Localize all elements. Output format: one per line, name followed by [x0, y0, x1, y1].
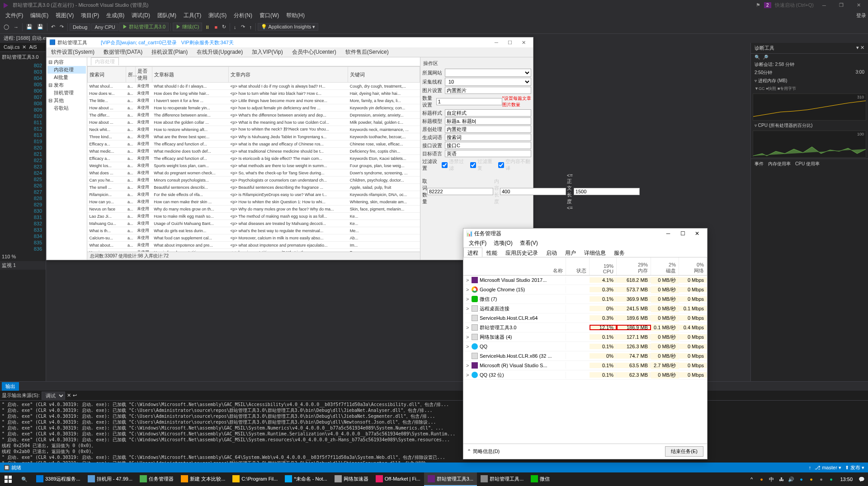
tab-ais[interactable]: AiS [29, 44, 37, 50]
start-button[interactable] [0, 472, 16, 486]
qty-input[interactable] [436, 98, 502, 105]
app-menu-item[interactable]: 挂机设置(Plan) [147, 47, 192, 57]
tm-tab[interactable]: 进程 [463, 248, 482, 257]
app-insights[interactable]: 💡 Application Insights ▾ [258, 23, 318, 31]
tab-caiji[interactable]: Caiji.cs [4, 44, 19, 50]
step-over-icon[interactable]: ↷ [239, 23, 247, 31]
menu-analyze[interactable]: 分析(N) [230, 11, 256, 20]
lenmax-input[interactable] [574, 188, 640, 195]
expand-icon[interactable]: > [466, 334, 470, 340]
tm-tab[interactable]: 性能 [482, 248, 501, 257]
diag-tab-mem[interactable]: 内存使用率 [768, 161, 791, 167]
git-publish[interactable]: ⬆ 发布 ▾ [845, 464, 864, 471]
table-row[interactable]: How about ...a...未使用How about the golden… [88, 119, 420, 126]
tree-node[interactable]: 谷歌站 [47, 104, 86, 112]
chk-ban[interactable] [442, 162, 448, 168]
menu-window[interactable]: 窗口(W) [256, 11, 283, 20]
origin-input[interactable] [445, 126, 531, 133]
tray-item5-icon[interactable]: ● [827, 477, 835, 482]
table-row[interactable]: Nevus on facea...未使用Why do many moles gr… [88, 206, 420, 213]
chk-dup[interactable] [470, 162, 476, 168]
config-dropdown[interactable]: Debug [70, 23, 90, 31]
step-into-icon[interactable]: ↓ [232, 23, 238, 31]
nav-back-icon[interactable]: ◯ [2, 23, 11, 31]
table-row[interactable]: Efficacy a...a...未使用The efficacy and fun… [88, 155, 420, 162]
restart-icon[interactable]: ↻ [220, 23, 228, 31]
tm-tab[interactable]: 用户 [561, 248, 580, 257]
taskbar-item[interactable]: Off-Market | Fi... [372, 472, 424, 486]
taskbar-item[interactable]: 新建 文本比较... [177, 472, 229, 486]
titlestyle-input[interactable] [445, 109, 531, 117]
tm-close-button[interactable]: ✕ [690, 230, 704, 237]
menu-edit[interactable]: 编辑(E) [27, 11, 52, 20]
app-menu-item[interactable]: 加入VIP(Vip) [247, 47, 287, 57]
saveall-icon[interactable]: 💾 [35, 23, 45, 31]
redo-icon[interactable]: ↷ [58, 23, 66, 31]
system-tray[interactable]: ^ ● 中 🖧 🔊 ● ● ● ● 13:50 💬 [745, 476, 868, 483]
git-branch[interactable]: ⎇ master ▾ [815, 465, 841, 471]
app-min-button[interactable]: ─ [490, 40, 503, 45]
table-row[interactable]: Calcium-su...a...未使用What food can supple… [88, 234, 420, 242]
table-row[interactable]: What does ...a...未使用What do pregnant wom… [88, 169, 420, 177]
data-table[interactable]: 搜索词所...是否使用文章标题文章内容关键词What shoul...a...未… [87, 66, 420, 252]
column-header[interactable]: 搜索词 [88, 67, 126, 83]
expand-icon[interactable]: > [466, 344, 470, 349]
tree-node[interactable]: AI批量 [47, 74, 86, 81]
minimize-button[interactable]: ─ [817, 3, 831, 8]
table-row[interactable]: The differ...a...未使用The difference betwe… [88, 112, 420, 119]
pic-input[interactable] [445, 87, 531, 94]
process-row[interactable]: >微信 (7)0.1%369.9 MB0 MB/秒0 Mbps [463, 294, 707, 304]
tree-node[interactable]: ⊟ 发布 [47, 81, 86, 89]
table-row[interactable]: Can you he...a...未使用Minors consult psych… [88, 177, 420, 184]
step-out-icon[interactable]: ↑ [248, 23, 254, 31]
taskbar-item[interactable]: 群站管理工具3... [424, 472, 477, 486]
process-row[interactable]: ServiceHub.Host.CLR.x640.3%189.6 MB0 MB/… [463, 313, 707, 323]
taskbar-item[interactable]: 微信 [527, 472, 553, 486]
quick-launch[interactable]: 快速启动 (Ctrl+Q) [775, 2, 814, 9]
tray-volume-icon[interactable]: 🔊 [788, 477, 795, 482]
menu-file[interactable]: 文件(F) [2, 11, 27, 20]
menu-build[interactable]: 生成(B) [103, 11, 128, 20]
app-max-button[interactable]: ☐ [503, 40, 517, 46]
app-menu-item[interactable]: 软件设置(System) [47, 47, 99, 57]
menu-team[interactable]: 团队(M) [154, 11, 180, 20]
menu-help[interactable]: 帮助(H) [283, 11, 308, 20]
output-source-select[interactable]: 调试 [42, 392, 65, 400]
tab-close-icon[interactable]: ✕ [22, 44, 26, 50]
process-row[interactable]: ServiceHub.Host.CLR.x86 (32 ...0%74.7 MB… [463, 351, 707, 361]
app-tree[interactable]: ⊟ 内容内容处理AI批量⊟ 发布挂机管理⊟ 其他谷歌站 [47, 57, 87, 260]
table-row[interactable]: Efficacy a...a...未使用The efficacy and fun… [88, 140, 420, 148]
expand-icon[interactable]: > [466, 306, 470, 311]
tm-process-list[interactable]: >Microsoft Visual Studio 2017...4.1%618.… [463, 276, 707, 411]
sign-in[interactable]: 登录 [856, 12, 866, 19]
save-icon[interactable]: 💾 [24, 23, 34, 31]
taskbar-item[interactable]: C:\Program Fil... [229, 472, 281, 486]
end-task-button[interactable]: 结束任务(E) [665, 446, 703, 457]
tree-node[interactable]: 内容处理 [47, 66, 86, 74]
watch-tab[interactable]: 监视 1 [0, 261, 46, 270]
diag-zoomout-icon[interactable]: 🔎 [763, 55, 768, 60]
output-tab[interactable]: 输出 [2, 382, 19, 391]
process-row[interactable]: >远程桌面连接0%241.5 MB0 MB/秒0.1 Mbps [463, 304, 707, 313]
tray-up-icon[interactable]: ^ [748, 477, 755, 482]
app-menu-item[interactable]: 在线升级(Upgrade) [192, 47, 247, 57]
git-add-icon[interactable]: ↑ [809, 465, 811, 470]
table-row[interactable]: How about ...a...未使用How to recuperate fe… [88, 104, 420, 112]
app-menu-item[interactable]: 软件售后(Service) [341, 47, 393, 57]
notification-badge[interactable]: 2 [764, 2, 771, 8]
thread-select[interactable]: 10 [445, 78, 531, 86]
tm-min-button[interactable]: ─ [661, 230, 675, 237]
column-header[interactable]: 文章内容 [228, 67, 348, 83]
taskbar-item[interactable]: 3389远程服务... [33, 472, 84, 486]
app-menu-item[interactable]: 数据管理(DATA) [99, 47, 147, 57]
taskbar-item[interactable]: 任务管理器 [136, 472, 177, 486]
expand-icon[interactable]: > [466, 277, 470, 283]
table-row[interactable]: What about...a...未使用What about impotence… [88, 242, 420, 249]
process-row[interactable]: >网络加速器 (4)0.1%127.1 MB0 MB/秒0 Mbps [463, 332, 707, 342]
site-select[interactable] [445, 69, 531, 77]
restore-button[interactable]: ❐ [835, 2, 848, 8]
tm-tab[interactable]: 详细信息 [580, 248, 610, 257]
tm-menu-item[interactable]: 文件(F) [465, 238, 490, 248]
getqty-input[interactable] [427, 188, 493, 195]
column-header[interactable]: 文章标题 [152, 67, 228, 83]
